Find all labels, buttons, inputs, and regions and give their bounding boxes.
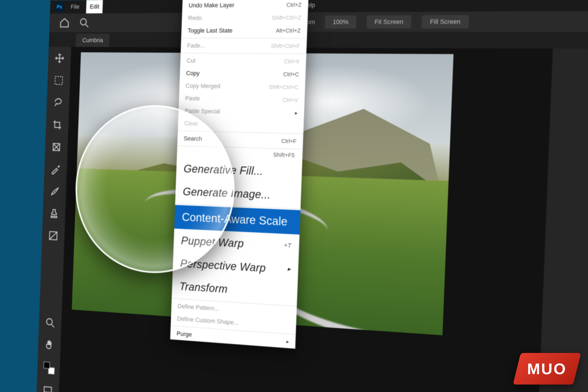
crop-tool-icon[interactable] [51,119,63,131]
svg-point-8 [47,318,53,325]
menu-item-redo: RedoShift+Ctrl+Z [182,11,308,24]
brush-tool-icon[interactable] [49,185,61,198]
menu-item-copy[interactable]: CopyCtrl+C [180,67,306,81]
menu-item-copy-merged: Copy MergedShift+Ctrl+C [179,80,305,94]
menu-item-fade: Fade...Shift+Ctrl+F [181,39,307,53]
svg-point-0 [80,19,86,25]
menu-item-generate-image[interactable]: Generate Image... [175,179,301,208]
svg-line-1 [86,24,88,27]
marquee-tool-icon[interactable] [53,74,65,87]
zoom-tool-indicator-icon[interactable] [78,17,90,29]
frame-tool-icon[interactable] [51,141,62,153]
menu-item-search[interactable]: SearchCtrl+F [177,132,303,148]
lasso-tool-icon[interactable] [52,96,64,109]
edit-menu-dropdown: Undo Make LayerCtrl+Z RedoShift+Ctrl+Z T… [170,0,309,349]
foreground-background-colors-icon[interactable] [42,360,55,374]
options-bar: ✓ All Windows ✓ Scrubby Zoom 100% Fit Sc… [49,11,588,32]
photoshop-window: Ps File Edit Plugins Window Help ✓ All W… [36,0,588,392]
svg-line-7 [49,231,57,240]
svg-rect-2 [55,76,63,84]
menu-item-toggle-last-state[interactable]: Toggle Last StateAlt+Ctrl+Z [181,24,307,37]
document-tab[interactable]: Cumbria [76,34,110,47]
fit-screen-button[interactable]: Fit Screen [366,15,412,28]
zoom-tool-icon[interactable] [45,316,56,329]
menu-edit[interactable]: Edit [86,0,103,13]
menu-item-paste: PasteCtrl+V [179,92,305,107]
photoshop-logo-icon: Ps [55,2,64,11]
gradient-tool-icon[interactable] [47,229,59,242]
menu-file[interactable]: File [71,3,80,10]
document-tab-bar: Cumbria [49,32,588,49]
fill-shortcut-label: Shift+F5 [273,151,295,159]
svg-line-9 [52,325,54,327]
menu-item-clear: Clear [178,117,304,133]
stamp-tool-icon[interactable] [48,207,60,220]
eyedropper-tool-icon[interactable] [50,163,61,176]
muo-watermark: MUO [517,353,577,385]
canvas-area [59,47,553,392]
menu-item-cut: CutCtrl+X [180,54,306,68]
move-tool-icon[interactable] [54,52,65,65]
hand-tool-icon[interactable] [44,338,55,351]
fill-screen-button[interactable]: Fill Screen [421,15,469,28]
menu-item-undo[interactable]: Undo Make LayerCtrl+Z [182,0,308,12]
zoom-value-button[interactable]: 100% [325,16,357,29]
svg-rect-10 [44,387,51,392]
home-icon[interactable] [59,17,70,28]
menu-item-generative-fill[interactable]: Generative Fill... [176,157,302,184]
screen-mode-icon[interactable] [42,383,53,392]
